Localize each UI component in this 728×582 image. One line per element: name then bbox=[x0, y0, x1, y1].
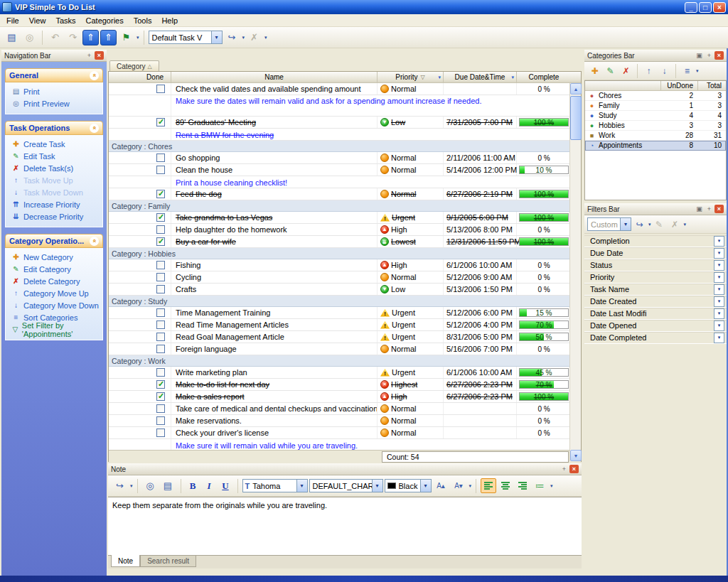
filter-dropdown-button[interactable]: ▾ bbox=[714, 272, 724, 283]
task-checkbox[interactable] bbox=[156, 153, 165, 162]
category-row[interactable]: ● Chores 2 3 bbox=[585, 91, 726, 101]
menu-item[interactable]: Tasks bbox=[50, 16, 80, 26]
task-checkbox[interactable] bbox=[156, 213, 165, 222]
task-checkbox[interactable] bbox=[156, 85, 165, 93]
edit-category-button[interactable]: ✎ bbox=[603, 64, 618, 78]
task-checkbox[interactable] bbox=[156, 285, 165, 293]
category-row[interactable]: ◔ Appointments 8 10 bbox=[585, 141, 726, 151]
align-left-button[interactable] bbox=[481, 478, 496, 493]
nav-item[interactable]: ✗ Delete Category bbox=[7, 275, 101, 287]
note-panel-tab[interactable]: Note bbox=[111, 555, 140, 567]
column-header-priority[interactable]: Priority ▽ ▾ bbox=[378, 72, 444, 82]
task-note-row[interactable]: Make sure it will remain valid while you… bbox=[109, 439, 581, 450]
filter-dropdown-button[interactable]: ▾ bbox=[714, 284, 724, 295]
note-export-dropdown-icon[interactable]: ▾ bbox=[130, 483, 133, 489]
task-checkbox[interactable] bbox=[156, 404, 165, 413]
task-row[interactable]: Make a sales report ▴ High 6/27/2006 2:2… bbox=[109, 391, 581, 403]
task-row[interactable]: Help daughter do the homework ▴ High 5/1… bbox=[109, 224, 581, 236]
nav-item[interactable]: ✎ Edit Task bbox=[7, 150, 101, 162]
note-preview-button[interactable]: ◎ bbox=[142, 478, 159, 494]
filter-row[interactable]: Date Opened ▾ bbox=[584, 320, 727, 332]
note-print-button[interactable]: ▤ bbox=[160, 478, 176, 494]
filter-row[interactable]: Date Completed ▾ bbox=[584, 332, 727, 344]
filter-preset-combo[interactable]: Custom ▾ bbox=[587, 217, 631, 231]
align-center-button[interactable] bbox=[498, 478, 513, 493]
task-checkbox[interactable] bbox=[156, 345, 165, 353]
task-checkbox[interactable] bbox=[156, 261, 165, 269]
task-row[interactable]: Clean the house Normal 5/14/2006 12:00 P… bbox=[109, 164, 581, 176]
task-checkbox[interactable] bbox=[156, 237, 165, 246]
sort-categories-button[interactable]: ≡ bbox=[680, 64, 695, 78]
priority-filter-icon[interactable]: ▾ bbox=[438, 75, 441, 80]
scroll-up-icon[interactable]: ▲ bbox=[570, 83, 582, 95]
task-row[interactable]: Go shopping Normal 2/11/2006 11:00 AM 0 … bbox=[109, 152, 581, 164]
scrollbar-track[interactable] bbox=[570, 95, 581, 450]
print-preview-button[interactable]: ◎ bbox=[21, 30, 38, 45]
column-header-complete[interactable]: Complete bbox=[517, 72, 571, 82]
font-size-dropdown-icon[interactable]: ▾ bbox=[469, 483, 472, 489]
filter-row[interactable]: Date Created ▾ bbox=[584, 296, 727, 308]
task-template-combo[interactable]: Default Task V ▾ bbox=[149, 31, 223, 44]
task-row[interactable]: Time Management Training ! Urgent 5/12/2… bbox=[109, 307, 581, 319]
nav-section-header[interactable]: Category Operatio... « bbox=[5, 234, 103, 248]
category-group-row[interactable]: Category : Study bbox=[109, 296, 581, 307]
scrollbar-thumb[interactable] bbox=[570, 96, 582, 140]
task-checkbox[interactable] bbox=[156, 308, 165, 317]
apply-filter-dropdown-icon[interactable]: ▾ bbox=[648, 222, 651, 227]
category-move-up-button[interactable]: ↑ bbox=[641, 64, 656, 78]
nav-item[interactable]: ↑ Category Move Up bbox=[7, 287, 101, 299]
category-group-row[interactable]: Category : Family bbox=[109, 200, 581, 212]
view-mode-dropdown-icon[interactable]: ▾ bbox=[136, 35, 139, 41]
minimize-button[interactable]: _ bbox=[685, 2, 697, 13]
note-panel-tab[interactable]: Search result bbox=[140, 556, 196, 567]
task-checkbox[interactable] bbox=[156, 190, 165, 198]
move-first-button[interactable]: ⇑ bbox=[82, 30, 99, 45]
nav-item[interactable]: ▽ Set Filter by 'Appointments' bbox=[7, 323, 101, 335]
task-row[interactable]: Make reservations. Normal 0 % bbox=[109, 415, 581, 427]
italic-button[interactable]: I bbox=[202, 478, 217, 493]
category-group-row[interactable]: Category : Work bbox=[109, 355, 581, 367]
category-row[interactable]: ● Study 4 4 bbox=[585, 111, 726, 121]
combo-arrow-icon[interactable]: ▾ bbox=[296, 480, 307, 492]
task-note-row[interactable]: Make sure the dates will remain valid an… bbox=[109, 95, 581, 117]
print-button[interactable]: ▤ bbox=[4, 30, 20, 45]
column-header-due-date[interactable]: Due Date&Time ▾ bbox=[444, 72, 517, 82]
window-icon[interactable]: ▣ bbox=[695, 51, 704, 60]
note-editor[interactable]: Keep them separate from the originals wh… bbox=[108, 497, 582, 556]
task-checkbox[interactable] bbox=[156, 416, 165, 425]
menu-item[interactable]: Help bbox=[156, 16, 183, 26]
bullet-list-button[interactable]: ≔ bbox=[532, 478, 548, 494]
task-row[interactable]: Read Time Management Articles ! Urgent 5… bbox=[109, 319, 581, 331]
filter-dropdown-button[interactable]: ▾ bbox=[714, 260, 724, 271]
task-checkbox[interactable] bbox=[156, 392, 165, 401]
filter-row[interactable]: Due Date ▾ bbox=[584, 247, 727, 259]
filter-row[interactable]: Priority ▾ bbox=[584, 271, 727, 284]
column-header-name[interactable]: Name bbox=[171, 72, 378, 82]
pin-icon[interactable]: + bbox=[85, 51, 94, 60]
align-right-button[interactable] bbox=[515, 478, 530, 493]
pin-icon[interactable]: + bbox=[705, 51, 714, 60]
combo-arrow-icon[interactable]: ▾ bbox=[211, 31, 222, 43]
move-last-button[interactable]: ⇑ bbox=[100, 30, 117, 45]
list-dropdown-icon[interactable]: ▾ bbox=[550, 483, 553, 489]
font-color-combo[interactable]: Black ▾ bbox=[385, 479, 432, 492]
task-checkbox[interactable] bbox=[156, 320, 165, 329]
task-row[interactable]: Take care of medical and dental checkups… bbox=[109, 403, 581, 415]
nav-item[interactable]: ✗ Delete Task(s) bbox=[7, 162, 101, 174]
undo-button[interactable]: ↶ bbox=[47, 30, 63, 45]
column-header-total[interactable]: Total bbox=[697, 81, 726, 90]
pin-icon[interactable]: + bbox=[560, 465, 569, 473]
filter-row[interactable]: Completion ▾ bbox=[584, 235, 727, 247]
clear-filter-button[interactable]: ✗ bbox=[668, 217, 682, 232]
vertical-scrollbar[interactable]: ▲ ▼ bbox=[569, 83, 581, 461]
close-panel-icon[interactable]: × bbox=[95, 51, 104, 60]
toolbar-options-icon[interactable]: ▾ bbox=[264, 35, 267, 41]
category-move-down-button[interactable]: ↓ bbox=[657, 64, 672, 78]
sort-dropdown-icon[interactable]: ▾ bbox=[696, 68, 699, 74]
task-checkbox[interactable] bbox=[156, 166, 165, 174]
task-row[interactable]: 89' Graduates' Meeting ▾ Low 7/31/2005 7… bbox=[109, 117, 581, 129]
filter-row[interactable]: Task Name ▾ bbox=[584, 284, 727, 296]
edit-filter-button[interactable]: ✎ bbox=[652, 217, 667, 232]
combo-arrow-icon[interactable]: ▾ bbox=[420, 480, 431, 492]
close-panel-icon[interactable]: × bbox=[714, 205, 724, 213]
